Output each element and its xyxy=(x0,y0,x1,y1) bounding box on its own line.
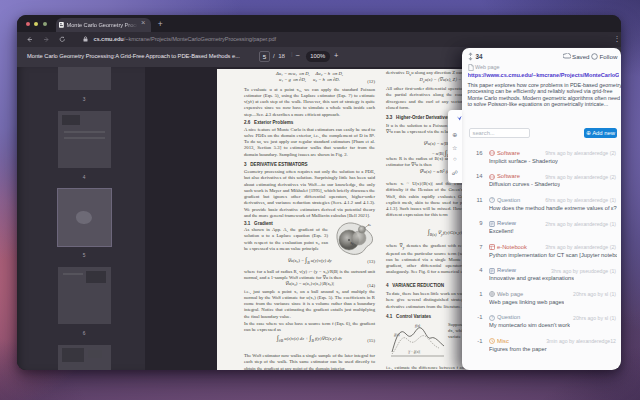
svg-text:|f − ĝ(x)|: |f − ĝ(x)| xyxy=(408,350,420,354)
svg-text:ĝ(x): ĝ(x) xyxy=(394,333,401,337)
svg-text:xₖ: xₖ xyxy=(367,223,372,227)
svg-text:?: ? xyxy=(491,316,493,320)
svg-text:?: ? xyxy=(491,198,493,202)
svg-text:f(x): f(x) xyxy=(415,324,421,328)
